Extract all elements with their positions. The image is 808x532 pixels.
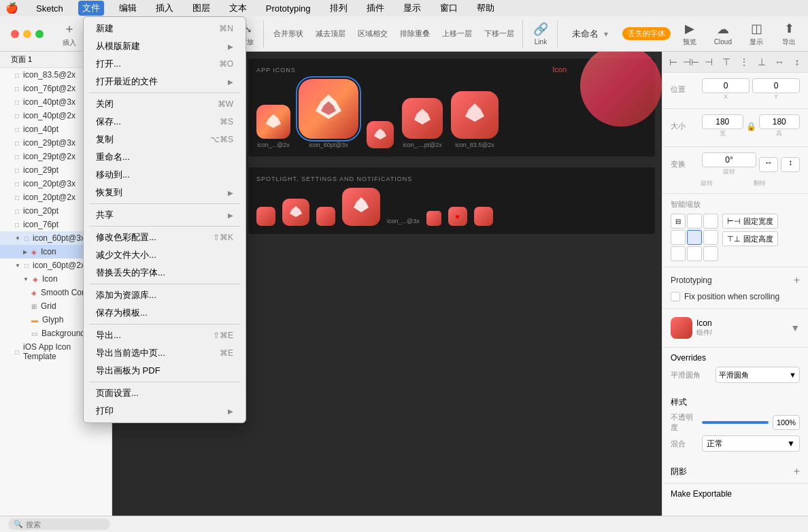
- intersect-button[interactable]: 区域相交: [352, 26, 393, 41]
- distribute-h-button[interactable]: ↔: [771, 54, 788, 69]
- align-left-button[interactable]: ⊢: [665, 54, 681, 69]
- menubar-item-help[interactable]: 帮助: [473, 1, 499, 16]
- align-bottom-button[interactable]: ⊥: [754, 54, 770, 69]
- align-top-button[interactable]: ⊤: [718, 54, 735, 69]
- menubar-item-window[interactable]: 窗口: [436, 1, 462, 16]
- align-middle-button[interactable]: ⋮: [736, 54, 752, 69]
- menubar-item-prototyping[interactable]: Prototyping: [262, 2, 315, 15]
- menu-reduce-size[interactable]: 减少文件大小...: [85, 246, 244, 264]
- menubar-item-arrange[interactable]: 排列: [326, 1, 352, 16]
- menu-add-library[interactable]: 添加为资源库...: [85, 286, 244, 304]
- smart-layout-cell-9[interactable]: [703, 246, 718, 261]
- shadow-add-button[interactable]: +: [794, 465, 800, 478]
- align-right-button[interactable]: ⊣: [701, 54, 717, 69]
- smart-layout-cell-3[interactable]: [703, 214, 718, 229]
- smart-layout-cell-4[interactable]: [671, 230, 686, 245]
- menu-move-to[interactable]: 移动到...: [85, 166, 244, 184]
- link-button[interactable]: 🔗 Link: [527, 19, 554, 48]
- smart-layout-cell-center[interactable]: [687, 230, 702, 245]
- app-icon-medium-2[interactable]: [451, 91, 499, 139]
- movedown-button[interactable]: 下移一层: [479, 26, 520, 41]
- menu-export-pdf[interactable]: 导出画板为 PDF: [85, 362, 244, 380]
- spotlight-icon-3[interactable]: [316, 207, 335, 226]
- spotlight-icon-large[interactable]: [342, 188, 380, 226]
- smooth-corners-override-select[interactable]: 平滑圆角 ▼: [716, 367, 800, 383]
- position-y-input[interactable]: 0: [752, 78, 800, 93]
- maximize-button[interactable]: [35, 30, 44, 38]
- rotation-input[interactable]: 0°: [702, 152, 756, 167]
- spotlight-icon-4[interactable]: [426, 211, 441, 226]
- smart-layout-cell-8[interactable]: [687, 246, 702, 261]
- app-icon-medium-1[interactable]: [402, 98, 443, 139]
- preview-button[interactable]: ▶ 预览: [676, 18, 703, 50]
- fixed-height-option[interactable]: ⊤⊥ 固定高度: [722, 231, 778, 246]
- menubar-item-layer[interactable]: 图层: [188, 1, 214, 16]
- app-icon-large-selected[interactable]: [299, 79, 358, 139]
- flip-h-button[interactable]: ↔: [759, 157, 778, 172]
- blend-select[interactable]: 正常 ▼: [702, 435, 800, 452]
- fixed-width-option[interactable]: ⊢⊣ 固定宽度: [722, 214, 778, 229]
- menu-export-current[interactable]: 导出当前选中页... ⌘E: [85, 344, 244, 362]
- warning-badge[interactable]: 丢失的字体: [622, 27, 671, 40]
- menu-revert[interactable]: 恢复到 ▶: [85, 184, 244, 201]
- insert-button[interactable]: ＋ 插入: [56, 18, 83, 50]
- minimize-button[interactable]: [23, 30, 31, 38]
- menu-share[interactable]: 共享 ▶: [85, 206, 244, 224]
- align-center-h-button[interactable]: ⊣⊢: [683, 54, 699, 69]
- position-x-input[interactable]: 0: [702, 78, 750, 93]
- cloud-button[interactable]: ☁ Cloud: [709, 19, 737, 48]
- spotlight-icon-6[interactable]: [474, 207, 493, 226]
- close-button[interactable]: [11, 30, 19, 38]
- opacity-slider[interactable]: [702, 418, 769, 427]
- menu-duplicate[interactable]: 复制 ⌥⌘S: [85, 131, 244, 148]
- apple-menu-icon[interactable]: 🍎: [5, 2, 18, 14]
- menubar-item-display[interactable]: 显示: [399, 1, 425, 16]
- smart-layout-cell-7[interactable]: [671, 246, 686, 261]
- menu-open-recent[interactable]: 打开最近的文件 ▶: [85, 73, 244, 90]
- opacity-input[interactable]: 100%: [773, 415, 800, 430]
- menubar-item-text[interactable]: 文本: [225, 1, 251, 16]
- smart-layout-cell-2[interactable]: [687, 214, 702, 229]
- distribute-v-button[interactable]: ↕: [789, 54, 805, 69]
- display-button[interactable]: ◫ 显示: [743, 18, 770, 50]
- export-button[interactable]: ⬆ 导出: [775, 18, 803, 50]
- size-lock-icon[interactable]: 🔒: [746, 122, 756, 131]
- menu-new[interactable]: 新建 ⌘N: [85, 20, 244, 37]
- spotlight-icon-5[interactable]: ●: [448, 207, 467, 226]
- subtract-button[interactable]: 减去顶层: [310, 26, 351, 41]
- menu-print[interactable]: 打印 ▶: [85, 402, 244, 420]
- menu-save-template[interactable]: 保存为模板...: [85, 304, 244, 322]
- menu-close[interactable]: 关闭 ⌘W: [85, 95, 244, 113]
- app-icon-small-2[interactable]: [367, 121, 394, 148]
- smart-layout-cell-1[interactable]: ⊟: [671, 214, 686, 229]
- fix-position-checkbox[interactable]: [671, 292, 680, 301]
- menu-replace-fonts[interactable]: 替换丢失的字体...: [85, 264, 244, 282]
- search-box[interactable]: 🔍: [8, 518, 110, 530]
- page-tab-1[interactable]: 页面 1: [5, 53, 37, 66]
- menubar-item-sketch[interactable]: Sketch: [32, 2, 67, 15]
- union-button[interactable]: 合并形状: [268, 26, 309, 41]
- menubar-item-plugins[interactable]: 插件: [363, 1, 388, 16]
- size-w-input[interactable]: 180: [702, 114, 743, 129]
- menubar-item-insert[interactable]: 插入: [152, 1, 178, 16]
- prototyping-add-button[interactable]: +: [794, 274, 800, 286]
- menu-rename[interactable]: 重命名...: [85, 148, 244, 166]
- size-h-input[interactable]: 180: [759, 114, 801, 129]
- menu-page-setup[interactable]: 页面设置...: [85, 384, 244, 402]
- search-input[interactable]: [26, 520, 105, 529]
- menubar-item-edit[interactable]: 编辑: [115, 1, 141, 16]
- moveup-button[interactable]: 上移一层: [437, 26, 477, 41]
- menu-save[interactable]: 保存... ⌘S: [85, 113, 244, 131]
- component-expand-icon[interactable]: ▼: [790, 322, 800, 333]
- exclude-button[interactable]: 排除重叠: [394, 26, 435, 41]
- flip-v-button[interactable]: ↕: [781, 157, 800, 172]
- menu-color-profile[interactable]: 修改色彩配置... ⇧⌘K: [85, 229, 244, 246]
- app-icon-small-1[interactable]: [256, 105, 290, 139]
- smart-layout-cell-6[interactable]: [703, 230, 718, 245]
- menu-new-from-template[interactable]: 从模版新建 ▶: [85, 37, 244, 55]
- menubar-item-file[interactable]: 文件: [78, 1, 104, 16]
- menu-export[interactable]: 导出... ⇧⌘E: [85, 327, 244, 344]
- menu-open[interactable]: 打开... ⌘O: [85, 55, 244, 73]
- spotlight-icon-2[interactable]: [282, 199, 309, 226]
- spotlight-icon-1[interactable]: [256, 207, 275, 226]
